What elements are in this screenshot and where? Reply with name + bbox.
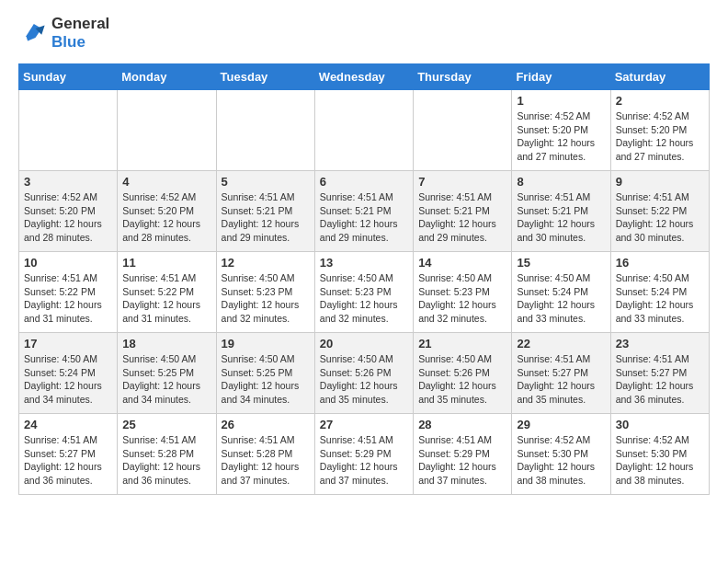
cell-info: Sunrise: 4:52 AM Sunset: 5:20 PM Dayligh… [122, 190, 210, 245]
cell-info: Sunrise: 4:50 AM Sunset: 5:26 PM Dayligh… [418, 352, 506, 407]
calendar-cell [19, 90, 118, 171]
cell-info: Sunrise: 4:51 AM Sunset: 5:27 PM Dayligh… [616, 352, 704, 407]
cell-info: Sunrise: 4:50 AM Sunset: 5:23 PM Dayligh… [320, 271, 408, 326]
day-number: 14 [418, 256, 506, 270]
day-number: 20 [320, 337, 408, 350]
week-row-2: 10Sunrise: 4:51 AM Sunset: 5:22 PM Dayli… [19, 252, 710, 333]
day-number: 18 [122, 337, 210, 350]
cell-info: Sunrise: 4:52 AM Sunset: 5:30 PM Dayligh… [616, 433, 704, 488]
week-row-1: 3Sunrise: 4:52 AM Sunset: 5:20 PM Daylig… [19, 171, 710, 252]
cell-info: Sunrise: 4:51 AM Sunset: 5:21 PM Dayligh… [320, 190, 408, 245]
calendar-cell: 23Sunrise: 4:51 AM Sunset: 5:27 PM Dayli… [610, 333, 709, 414]
day-number: 1 [517, 94, 605, 108]
calendar-cell: 24Sunrise: 4:51 AM Sunset: 5:27 PM Dayli… [19, 414, 118, 495]
cell-info: Sunrise: 4:50 AM Sunset: 5:24 PM Dayligh… [24, 352, 112, 407]
week-row-3: 17Sunrise: 4:50 AM Sunset: 5:24 PM Dayli… [19, 333, 710, 414]
calendar-cell: 30Sunrise: 4:52 AM Sunset: 5:30 PM Dayli… [610, 414, 709, 495]
calendar-cell: 28Sunrise: 4:51 AM Sunset: 5:29 PM Dayli… [414, 414, 512, 495]
day-number: 28 [418, 418, 506, 431]
cell-info: Sunrise: 4:50 AM Sunset: 5:23 PM Dayligh… [222, 271, 310, 326]
col-header-sunday: Sunday [19, 64, 118, 90]
day-number: 16 [616, 256, 704, 270]
cell-info: Sunrise: 4:51 AM Sunset: 5:21 PM Dayligh… [517, 190, 605, 245]
day-number: 29 [517, 418, 605, 431]
day-number: 23 [616, 337, 704, 350]
day-number: 4 [122, 175, 210, 189]
cell-info: Sunrise: 4:51 AM Sunset: 5:27 PM Dayligh… [517, 352, 605, 407]
calendar-cell: 20Sunrise: 4:50 AM Sunset: 5:26 PM Dayli… [314, 333, 413, 414]
cell-info: Sunrise: 4:51 AM Sunset: 5:28 PM Dayligh… [222, 433, 310, 488]
calendar-cell: 7Sunrise: 4:51 AM Sunset: 5:21 PM Daylig… [414, 171, 512, 252]
logo-text: General Blue [51, 15, 109, 51]
calendar-cell: 11Sunrise: 4:51 AM Sunset: 5:22 PM Dayli… [118, 252, 216, 333]
calendar-cell: 9Sunrise: 4:51 AM Sunset: 5:22 PM Daylig… [610, 171, 709, 252]
cell-info: Sunrise: 4:50 AM Sunset: 5:25 PM Dayligh… [222, 352, 310, 407]
cell-info: Sunrise: 4:51 AM Sunset: 5:29 PM Dayligh… [320, 433, 408, 488]
cell-info: Sunrise: 4:51 AM Sunset: 5:27 PM Dayligh… [24, 433, 112, 488]
cell-info: Sunrise: 4:51 AM Sunset: 5:22 PM Dayligh… [24, 271, 112, 326]
cell-info: Sunrise: 4:51 AM Sunset: 5:29 PM Dayligh… [418, 433, 506, 488]
cell-info: Sunrise: 4:52 AM Sunset: 5:30 PM Dayligh… [517, 433, 605, 488]
calendar-cell: 26Sunrise: 4:51 AM Sunset: 5:28 PM Dayli… [216, 414, 314, 495]
calendar-cell: 2Sunrise: 4:52 AM Sunset: 5:20 PM Daylig… [610, 90, 709, 171]
day-number: 11 [122, 256, 210, 270]
calendar-cell: 16Sunrise: 4:50 AM Sunset: 5:24 PM Dayli… [610, 252, 709, 333]
col-header-tuesday: Tuesday [216, 64, 314, 90]
calendar-cell: 1Sunrise: 4:52 AM Sunset: 5:20 PM Daylig… [512, 90, 610, 171]
day-number: 17 [24, 337, 112, 350]
calendar-cell: 10Sunrise: 4:51 AM Sunset: 5:22 PM Dayli… [19, 252, 118, 333]
cell-info: Sunrise: 4:50 AM Sunset: 5:24 PM Dayligh… [517, 271, 605, 326]
week-row-0: 1Sunrise: 4:52 AM Sunset: 5:20 PM Daylig… [19, 90, 710, 171]
calendar-table: SundayMondayTuesdayWednesdayThursdayFrid… [18, 63, 710, 495]
cell-info: Sunrise: 4:51 AM Sunset: 5:21 PM Dayligh… [222, 190, 310, 245]
calendar-cell: 5Sunrise: 4:51 AM Sunset: 5:21 PM Daylig… [216, 171, 314, 252]
day-number: 27 [320, 418, 408, 431]
cell-info: Sunrise: 4:52 AM Sunset: 5:20 PM Dayligh… [517, 109, 605, 164]
calendar-cell: 22Sunrise: 4:51 AM Sunset: 5:27 PM Dayli… [512, 333, 610, 414]
day-number: 30 [616, 418, 704, 431]
day-number: 26 [222, 418, 310, 431]
cell-info: Sunrise: 4:51 AM Sunset: 5:28 PM Dayligh… [122, 433, 210, 488]
calendar-cell: 29Sunrise: 4:52 AM Sunset: 5:30 PM Dayli… [512, 414, 610, 495]
day-number: 3 [24, 175, 112, 189]
day-number: 19 [222, 337, 310, 350]
day-number: 12 [222, 256, 310, 270]
cell-info: Sunrise: 4:50 AM Sunset: 5:26 PM Dayligh… [320, 352, 408, 407]
calendar-cell: 8Sunrise: 4:51 AM Sunset: 5:21 PM Daylig… [512, 171, 610, 252]
calendar-cell: 13Sunrise: 4:50 AM Sunset: 5:23 PM Dayli… [314, 252, 413, 333]
day-number: 25 [122, 418, 210, 431]
day-number: 5 [222, 175, 310, 189]
logo: General Blue [18, 15, 109, 51]
calendar-cell: 14Sunrise: 4:50 AM Sunset: 5:23 PM Dayli… [414, 252, 512, 333]
day-number: 15 [517, 256, 605, 270]
cell-info: Sunrise: 4:51 AM Sunset: 5:21 PM Dayligh… [418, 190, 506, 245]
cell-info: Sunrise: 4:50 AM Sunset: 5:23 PM Dayligh… [418, 271, 506, 326]
day-number: 9 [616, 175, 704, 189]
calendar-cell: 21Sunrise: 4:50 AM Sunset: 5:26 PM Dayli… [414, 333, 512, 414]
header: General Blue [18, 15, 710, 51]
day-number: 8 [517, 175, 605, 189]
week-row-4: 24Sunrise: 4:51 AM Sunset: 5:27 PM Dayli… [19, 414, 710, 495]
day-number: 6 [320, 175, 408, 189]
calendar-cell: 18Sunrise: 4:50 AM Sunset: 5:25 PM Dayli… [118, 333, 216, 414]
col-header-friday: Friday [512, 64, 610, 90]
cell-info: Sunrise: 4:50 AM Sunset: 5:25 PM Dayligh… [122, 352, 210, 407]
day-number: 7 [418, 175, 506, 189]
day-number: 2 [616, 94, 704, 108]
day-number: 10 [24, 256, 112, 270]
day-number: 22 [517, 337, 605, 350]
calendar-cell [414, 90, 512, 171]
logo-icon [18, 20, 48, 46]
calendar-cell: 3Sunrise: 4:52 AM Sunset: 5:20 PM Daylig… [19, 171, 118, 252]
calendar-cell: 25Sunrise: 4:51 AM Sunset: 5:28 PM Dayli… [118, 414, 216, 495]
day-number: 13 [320, 256, 408, 270]
cell-info: Sunrise: 4:51 AM Sunset: 5:22 PM Dayligh… [122, 271, 210, 326]
calendar-cell [118, 90, 216, 171]
cell-info: Sunrise: 4:52 AM Sunset: 5:20 PM Dayligh… [616, 109, 704, 164]
day-number: 24 [24, 418, 112, 431]
day-number: 21 [418, 337, 506, 350]
calendar-cell: 12Sunrise: 4:50 AM Sunset: 5:23 PM Dayli… [216, 252, 314, 333]
col-header-thursday: Thursday [414, 64, 512, 90]
col-header-monday: Monday [118, 64, 216, 90]
calendar-cell: 4Sunrise: 4:52 AM Sunset: 5:20 PM Daylig… [118, 171, 216, 252]
